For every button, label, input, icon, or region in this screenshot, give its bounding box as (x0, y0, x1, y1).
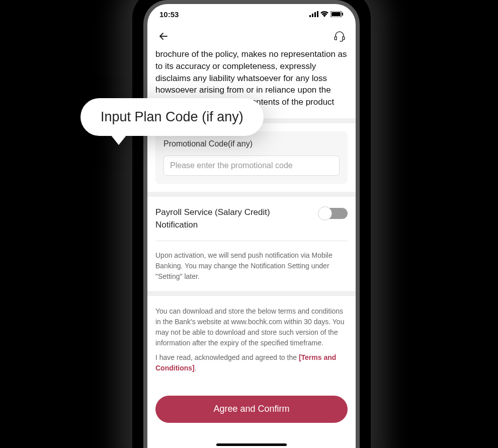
status-time: 10:53 (159, 10, 179, 19)
terms-section: You can download and store the below ter… (147, 296, 356, 384)
headset-icon (334, 30, 346, 42)
terms-ack-prefix: I have read, acknowledged and agreed to … (155, 353, 299, 361)
callout-bubble: Input Plan Code (if any) (80, 98, 264, 136)
battery-icon (330, 11, 344, 17)
svg-rect-1 (312, 14, 313, 17)
terms-download-text: You can download and store the below ter… (155, 306, 348, 348)
svg-rect-6 (342, 13, 343, 16)
phone-frame: 10:53 brochure of the policy, makes no r… (143, 0, 360, 448)
payroll-toggle[interactable] (319, 208, 348, 219)
home-indicator[interactable] (216, 443, 287, 446)
payroll-title: Payroll Service (Salary Credit) Notifica… (155, 206, 313, 232)
promo-card: Promotional Code(if any) (155, 131, 348, 184)
section-divider (147, 291, 356, 296)
payroll-section: Payroll Service (Salary Credit) Notifica… (147, 197, 356, 291)
support-button[interactable] (331, 28, 348, 44)
back-button[interactable] (155, 28, 172, 44)
payroll-header: Payroll Service (Salary Credit) Notifica… (155, 206, 348, 232)
toggle-knob (318, 206, 332, 220)
status-bar: 10:53 (147, 4, 356, 24)
svg-rect-2 (314, 12, 316, 17)
terms-ack-suffix: . (195, 364, 197, 372)
svg-rect-5 (331, 12, 341, 16)
svg-rect-3 (317, 11, 318, 17)
arrow-left-icon (157, 30, 170, 42)
svg-rect-0 (309, 15, 311, 17)
signal-icon (309, 11, 318, 17)
wifi-icon (320, 11, 328, 17)
divider (155, 241, 348, 241)
section-divider (147, 192, 356, 197)
payroll-description: Upon activation, we will send push notif… (155, 250, 348, 282)
promo-label: Promotional Code(if any) (163, 139, 340, 148)
agree-confirm-button[interactable]: Agree and Confirm (155, 396, 348, 423)
terms-acknowledgment: I have read, acknowledged and agreed to … (155, 352, 348, 374)
status-icons (309, 11, 344, 17)
promo-code-input[interactable] (163, 156, 340, 176)
nav-bar (147, 24, 356, 48)
